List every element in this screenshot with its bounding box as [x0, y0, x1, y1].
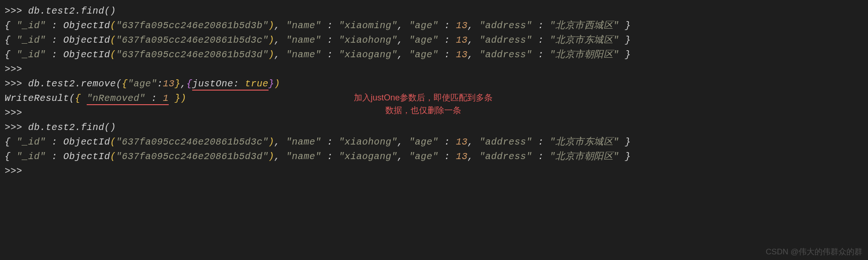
- doc-row: { "_id" : ObjectId("637fa095cc246e20861b…: [5, 18, 863, 33]
- doc-row: { "_id" : ObjectId("637fa095cc246e20861b…: [5, 47, 863, 62]
- remove-cmd-line: >>> db.test2.remove({"age":13},{justOne:…: [5, 76, 863, 91]
- watermark: CSDN @伟大的伟群众的群: [766, 246, 862, 257]
- cmd-line: >>> db.test2.find(): [5, 4, 863, 18]
- prompt: >>>: [5, 6, 22, 16]
- doc-row: { "_id" : ObjectId("637fa095cc246e20861b…: [5, 135, 863, 149]
- cmd-line: >>> db.test2.find(): [5, 120, 863, 135]
- doc-row: { "_id" : ObjectId("637fa095cc246e20861b…: [5, 33, 863, 47]
- empty-prompt: >>>: [5, 164, 863, 178]
- find-command: db.test2.find(): [28, 6, 116, 16]
- doc-row: { "_id" : ObjectId("637fa095cc246e20861b…: [5, 149, 863, 164]
- annotation-text: 加入justOne参数后，即使匹配到多条 数据，也仅删除一条: [354, 92, 493, 117]
- empty-prompt: >>>: [5, 62, 863, 76]
